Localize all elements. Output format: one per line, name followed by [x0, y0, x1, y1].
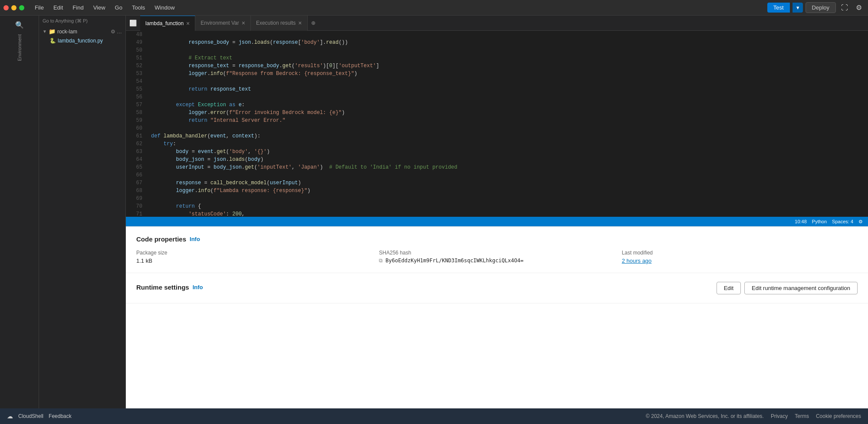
tab-add-button[interactable]: ⊕: [308, 20, 319, 26]
search-button[interactable]: 🔍: [13, 19, 26, 31]
language-indicator[interactable]: Python: [812, 219, 827, 224]
package-size-label: Package size: [136, 250, 372, 256]
copy-icon[interactable]: ⧉: [379, 258, 383, 264]
code-content[interactable]: response_body = json.loads(response['bod…: [148, 31, 868, 217]
project-name: rock-lam: [57, 29, 77, 35]
last-modified-label: Last modified: [622, 250, 858, 256]
editor-area: ⬜ lambda_function × Environment Var × Ex…: [126, 16, 868, 408]
python-file-icon: 🐍: [49, 38, 56, 44]
tab-environment-var[interactable]: Environment Var ×: [195, 16, 251, 31]
tab-close-exec[interactable]: ×: [298, 20, 302, 26]
spaces-indicator[interactable]: Spaces: 4: [832, 219, 853, 224]
tab-bar: ⬜ lambda_function × Environment Var × Ex…: [126, 16, 868, 31]
tree-file-item[interactable]: 🐍 lambda_function.py: [39, 36, 125, 45]
chevron-down-icon: ▼: [43, 29, 47, 34]
menu-item-go[interactable]: Go: [112, 3, 126, 13]
test-button[interactable]: Test: [767, 3, 790, 13]
menu-item-find[interactable]: Find: [69, 3, 87, 13]
tab-label-lambda: lambda_function: [145, 20, 184, 26]
package-size-prop: Package size 1.1 kB: [136, 250, 372, 264]
main-area: 🔍 Environment Go to Anything (⌘ P) ▼ 📁 r…: [0, 16, 868, 408]
sha256-hash-text: By6oEddzKyH1m9FrL/KND3Im6sqcIWKLhkgciQLx…: [385, 258, 523, 264]
test-dropdown-button[interactable]: ▾: [792, 3, 803, 13]
copyright-text: © 2024, Amazon Web Services, Inc. or its…: [646, 413, 764, 419]
tree-project-row[interactable]: ▼ 📁 rock-lam ⚙ …: [39, 26, 125, 36]
runtime-settings-title: Runtime settings Info: [136, 284, 203, 291]
runtime-settings-actions: Edit Edit runtime management configurati…: [717, 282, 858, 294]
sha256-prop: SHA256 hash ⧉ By6oEddzKyH1m9FrL/KND3Im6s…: [379, 250, 615, 264]
terms-link[interactable]: Terms: [795, 413, 809, 419]
code-properties-title: Code properties Info: [136, 235, 858, 243]
runtime-settings-section: Runtime settings Info Edit Edit runtime …: [126, 273, 868, 303]
menu-item-edit[interactable]: Edit: [50, 3, 66, 13]
code-properties-section: Code properties Info Package size 1.1 kB…: [126, 227, 868, 273]
edit-runtime-button[interactable]: Edit runtime management configuration: [744, 282, 858, 294]
tab-lambda-function[interactable]: lambda_function ×: [140, 16, 195, 31]
edit-button[interactable]: Edit: [717, 282, 741, 294]
tab-label-exec: Execution results: [256, 20, 296, 26]
sha256-label: SHA256 hash: [379, 250, 615, 256]
deploy-button[interactable]: Deploy: [806, 2, 836, 13]
sha256-value: ⧉ By6oEddzKyH1m9FrL/KND3Im6sqcIWKLhkgciQ…: [379, 258, 615, 264]
last-modified-value[interactable]: 2 hours ago: [622, 258, 858, 264]
tab-close-lambda[interactable]: ×: [186, 20, 190, 27]
runtime-settings-info[interactable]: Info: [193, 284, 203, 290]
tab-split-icon[interactable]: ⬜: [126, 20, 140, 26]
menu-item-file[interactable]: File: [31, 3, 47, 13]
menu-item-tools[interactable]: Tools: [128, 3, 148, 13]
line-numbers: 48 49 50 51 52 53 54 55 56 57 58 59 60 6…: [126, 31, 148, 217]
tab-label-env: Environment Var: [201, 20, 239, 26]
menu-item-window[interactable]: Window: [151, 3, 178, 13]
traffic-light-yellow[interactable]: [11, 5, 16, 10]
runtime-settings-header: Runtime settings Info Edit Edit runtime …: [136, 282, 858, 294]
menu-item-view[interactable]: View: [90, 3, 109, 13]
feedback-label[interactable]: Feedback: [49, 413, 72, 419]
cloudshell-label[interactable]: CloudShell: [18, 413, 43, 419]
tab-close-env[interactable]: ×: [242, 20, 245, 26]
file-name: lambda_function.py: [58, 38, 103, 44]
code-properties-heading: Code properties: [136, 235, 186, 243]
bottom-panel: Code properties Info Package size 1.1 kB…: [126, 226, 868, 408]
footer-right: © 2024, Amazon Web Services, Inc. or its…: [646, 413, 861, 419]
code-properties-info[interactable]: Info: [190, 236, 200, 242]
code-editor[interactable]: 48 49 50 51 52 53 54 55 56 57 58 59 60 6…: [126, 31, 868, 217]
editor-settings-icon[interactable]: ⚙: [858, 219, 863, 225]
package-size-value: 1.1 kB: [136, 258, 372, 264]
file-tree: Go to Anything (⌘ P) ▼ 📁 rock-lam ⚙ … 🐍 …: [39, 16, 126, 408]
footer: ☁ CloudShell Feedback © 2024, Amazon Web…: [0, 408, 868, 424]
last-modified-prop: Last modified 2 hours ago: [622, 250, 858, 264]
editor-status-bar: 10:48 Python Spaces: 4 ⚙: [126, 217, 868, 226]
traffic-light-red[interactable]: [3, 5, 9, 10]
fullscreen-button[interactable]: ⛶: [838, 2, 851, 13]
settings-button[interactable]: ⚙: [853, 2, 865, 13]
cursor-position: 10:48: [795, 219, 807, 224]
tab-execution-results[interactable]: Execution results ×: [251, 16, 308, 31]
sidebar: 🔍 Environment: [0, 16, 39, 408]
footer-left: ☁ CloudShell Feedback: [7, 413, 72, 420]
code-properties-grid: Package size 1.1 kB SHA256 hash ⧉ By6oEd…: [136, 250, 858, 264]
tree-search[interactable]: Go to Anything (⌘ P): [39, 16, 125, 26]
menu-bar: File Edit Find View Go Tools Window Test…: [0, 0, 868, 16]
environment-label: Environment: [17, 34, 22, 61]
traffic-light-green[interactable]: [19, 5, 24, 10]
runtime-settings-heading: Runtime settings: [136, 284, 189, 291]
privacy-link[interactable]: Privacy: [771, 413, 788, 419]
app: File Edit Find View Go Tools Window Test…: [0, 0, 868, 424]
cookie-link[interactable]: Cookie preferences: [816, 413, 861, 419]
